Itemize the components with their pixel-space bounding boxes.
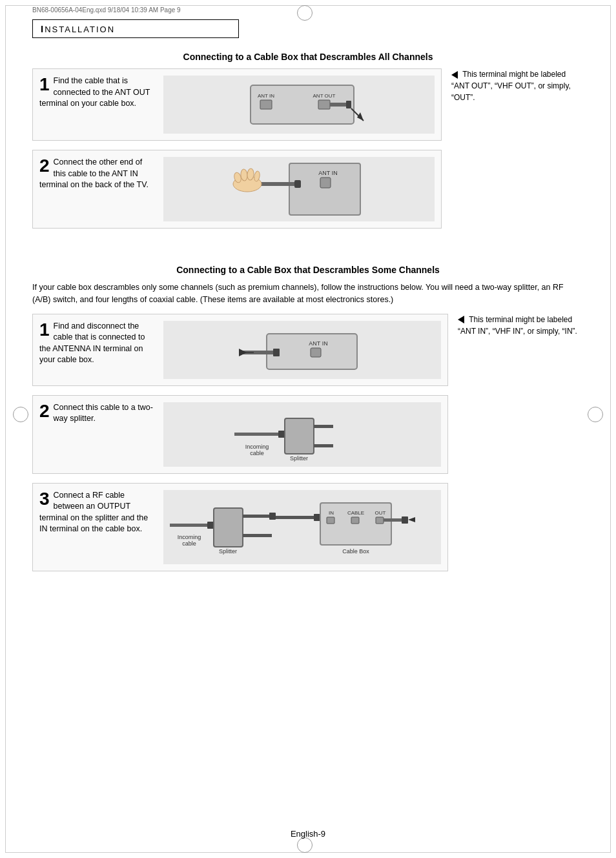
section1-step2-desc: Connect the other end of this cable to t… (39, 158, 149, 189)
section1-step1-diagram: ANT IN ANT OUT (163, 76, 435, 134)
svg-rect-40 (276, 516, 314, 519)
section2-step3-block: 3 Connect a RF cable between an OUTPUT t… (32, 483, 448, 571)
section1-title: Connecting to a Cable Box that Descrambl… (32, 52, 584, 62)
svg-text:cable: cable (182, 540, 196, 547)
section2-intro: If your cable box descrambles only some … (32, 281, 584, 306)
svg-rect-44 (327, 517, 334, 524)
section1-step1-text: 1 Find the cable that is connected to th… (39, 76, 156, 110)
svg-rect-23 (273, 349, 280, 356)
svg-rect-29 (314, 425, 333, 428)
svg-rect-5 (330, 103, 346, 107)
svg-rect-34 (170, 524, 209, 527)
page-number: English-9 (291, 829, 325, 839)
section2-steps-wrapper: 1 Find and disconnect the cable that is … (32, 314, 584, 580)
section1-note: This terminal might be labeled “ANT OUT”… (442, 68, 584, 103)
section2-step2-num: 2 (39, 402, 50, 420)
svg-rect-6 (346, 101, 351, 108)
svg-rect-30 (314, 444, 333, 447)
splitter-cablebox-svg: IN CABLE OUT Incoming (163, 490, 441, 564)
svg-rect-21 (311, 348, 321, 357)
svg-rect-39 (269, 513, 276, 520)
section2-step3-desc: Connect a RF cable between an OUTPUT ter… (39, 491, 148, 534)
print-header: BN68-00656A-04Eng.qxd 9/18/04 10:39 AM P… (32, 6, 181, 14)
section2-step1-diagram: ANT IN (163, 321, 441, 379)
svg-rect-35 (207, 522, 214, 529)
section2-step1-num: 1 (39, 321, 50, 339)
section2-step2-text: 2 Connect this cable to a two-way splitt… (39, 402, 156, 425)
corner-circle-top (297, 5, 313, 21)
section1-step2-num: 2 (39, 157, 50, 175)
section1-steps: 1 Find the cable that is connected to th… (32, 68, 442, 238)
triangle-marker-1 (451, 71, 458, 79)
section1-step1-block: 1 Find the cable that is connected to th… (32, 68, 442, 141)
section2-title: Connecting to a Cable Box that Descrambl… (32, 265, 584, 275)
section1-step2-block: 2 Connect the other end of this cable to… (32, 150, 442, 229)
svg-rect-49 (384, 518, 403, 522)
svg-rect-3 (318, 100, 330, 109)
section2-step2-diagram: Incoming cable Splitter (163, 402, 441, 467)
svg-text:IN: IN (329, 510, 334, 516)
main-content: Connecting to a Cable Box that Descrambl… (32, 52, 584, 588)
svg-text:CABLE: CABLE (347, 510, 364, 516)
cable-box-svg-1: ANT IN ANT OUT (225, 76, 373, 134)
section2-step2-block: 2 Connect this cable to a two-way splitt… (32, 395, 448, 474)
section1-step2-diagram: ANT IN (163, 157, 435, 221)
section1-step2-text: 2 Connect the other end of this cable to… (39, 157, 156, 191)
splitter-connect-svg: Incoming cable Splitter (221, 402, 383, 467)
svg-rect-11 (320, 178, 331, 188)
svg-rect-37 (243, 515, 272, 518)
corner-circle-right (588, 407, 603, 422)
section2-step1-text: 1 Find and disconnect the cable that is … (39, 321, 156, 366)
svg-text:Incoming: Incoming (178, 534, 201, 540)
svg-rect-41 (314, 514, 320, 521)
svg-text:ANT IN: ANT IN (309, 340, 327, 347)
section1-note-text: This terminal might be labeled “ANT OUT”… (451, 70, 571, 102)
svg-rect-48 (376, 517, 384, 524)
svg-rect-50 (402, 516, 408, 524)
section2-step1-block: 1 Find and disconnect the cable that is … (32, 314, 448, 386)
corner-circle-left (13, 407, 28, 422)
section1-step1-num: 1 (39, 76, 50, 94)
svg-rect-38 (243, 534, 272, 537)
section2-note-text: This terminal might be labeled “ANT IN”,… (458, 315, 577, 336)
antenna-connect-svg: ANT IN (225, 157, 373, 221)
section2-steps: 1 Find and disconnect the cable that is … (32, 314, 448, 580)
section1-step1-desc: Find the cable that is connected to the … (39, 76, 150, 108)
section-header: INSTALLATION (32, 19, 239, 38)
svg-rect-27 (278, 431, 285, 438)
section2-step3-num: 3 (39, 490, 50, 508)
section2-step3-text: 3 Connect a RF cable between an OUTPUT t… (39, 490, 156, 535)
svg-rect-46 (351, 517, 359, 524)
svg-rect-36 (214, 508, 243, 547)
corner-circle-bottom (297, 837, 313, 853)
svg-rect-13 (294, 180, 301, 188)
svg-text:Splitter: Splitter (219, 548, 237, 555)
triangle-marker-2 (458, 316, 464, 323)
ant-in-disconnect-svg: ANT IN (228, 321, 376, 379)
svg-text:ANT OUT: ANT OUT (313, 93, 336, 99)
page-footer: English-9 (0, 829, 616, 839)
svg-text:Cable  Box: Cable Box (342, 548, 369, 555)
svg-rect-28 (285, 418, 314, 454)
svg-marker-51 (408, 517, 415, 522)
svg-text:Incoming: Incoming (245, 444, 269, 450)
section2-step1-desc: Find and disconnect the cable that is co… (39, 322, 145, 365)
svg-rect-1 (260, 100, 272, 109)
section1-steps-wrapper: 1 Find the cable that is connected to th… (32, 68, 584, 238)
svg-rect-26 (234, 433, 280, 436)
svg-text:ANT IN: ANT IN (258, 93, 274, 99)
section2-step3-diagram: IN CABLE OUT Incoming (163, 490, 441, 564)
svg-text:cable: cable (250, 450, 264, 456)
svg-text:Splitter: Splitter (290, 455, 308, 462)
section2-note: This terminal might be labeled “ANT IN”,… (448, 314, 584, 337)
svg-rect-12 (257, 182, 296, 186)
header-title: NSTALLATION (45, 25, 115, 34)
section-gap-1 (32, 245, 584, 265)
svg-text:ANT IN: ANT IN (318, 170, 337, 176)
svg-text:OUT: OUT (375, 510, 386, 516)
svg-marker-8 (357, 112, 364, 121)
section2-step2-desc: Connect this cable to a two-way splitter… (54, 403, 153, 424)
